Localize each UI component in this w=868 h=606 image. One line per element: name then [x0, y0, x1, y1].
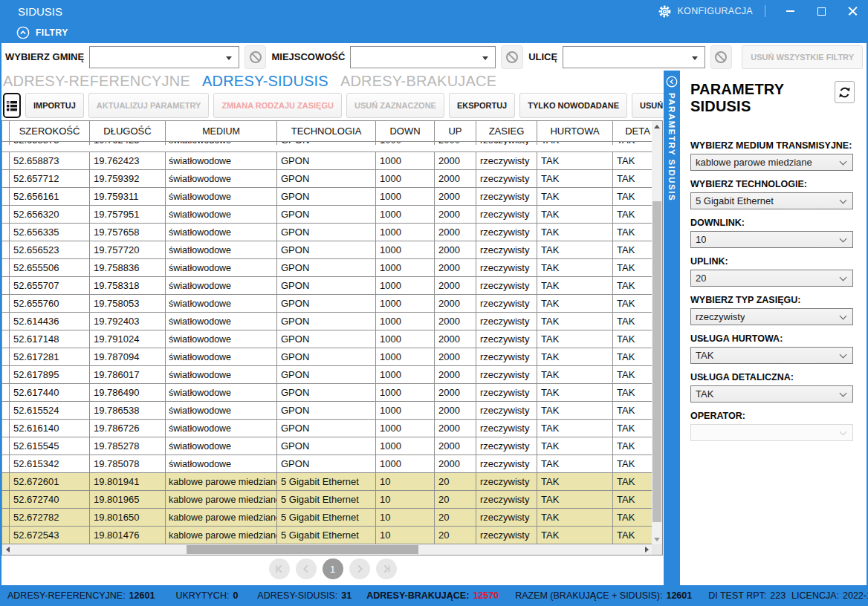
- configuration-button[interactable]: KONFIGURACJA: [652, 4, 759, 19]
- row-selector[interactable]: [2, 455, 10, 472]
- column-chooser-button[interactable]: [3, 93, 21, 118]
- row-selector[interactable]: [2, 366, 10, 383]
- row-selector[interactable]: [2, 420, 10, 437]
- column-header[interactable]: MEDIUM: [166, 121, 277, 142]
- clear-all-filters-button[interactable]: USUŃ WSZYSTKIE FILTRY: [742, 45, 863, 69]
- table-row[interactable]: 52.65570719.758318światłowodoweGPON10002…: [2, 277, 653, 295]
- tab-adresy-referencyjne[interactable]: ADRESY-REFERENCYJNE: [3, 73, 190, 90]
- vertical-scroll-thumb[interactable]: [652, 201, 661, 522]
- row-selector[interactable]: [2, 152, 10, 169]
- table-row[interactable]: 52.61554519.785278światłowodoweGPON10002…: [2, 437, 653, 455]
- horizontal-scrollbar[interactable]: [2, 544, 652, 555]
- row-selector[interactable]: [2, 509, 10, 526]
- aktualizuj-parametry-button[interactable]: AKTUALIZUJ PARAMETRY: [88, 93, 210, 118]
- first-page-button[interactable]: [269, 558, 290, 579]
- row-selector[interactable]: [2, 527, 10, 544]
- zmiana-rodzaju-zasiegu-button[interactable]: ZMIANA RODZAJU ZASIĘGU: [213, 93, 342, 118]
- miejscowosc-combobox[interactable]: [350, 46, 496, 68]
- maximize-button[interactable]: [806, 0, 837, 22]
- clear-gmina-button[interactable]: [244, 45, 267, 69]
- close-button[interactable]: [837, 0, 868, 22]
- horizontal-scroll-thumb[interactable]: [187, 545, 418, 554]
- scroll-left-button[interactable]: [2, 544, 13, 555]
- column-header[interactable]: DOWN: [376, 121, 435, 142]
- table-row[interactable]: 52.65550619.758836światłowodoweGPON10002…: [2, 259, 653, 277]
- collapse-panel-icon[interactable]: [666, 76, 678, 88]
- table-row[interactable]: 52.65887319.762423światłowodoweGPON10002…: [2, 152, 653, 170]
- last-page-button[interactable]: [376, 558, 397, 579]
- column-header[interactable]: ZASIEG: [476, 121, 537, 142]
- row-selector[interactable]: [2, 313, 10, 330]
- column-header[interactable]: HURTOWA: [537, 121, 613, 142]
- column-header[interactable]: SZEROKOŚĆ: [10, 121, 90, 142]
- row-selector[interactable]: [2, 491, 10, 508]
- tab-adresy-sidusis[interactable]: ADRESY-SIDUSIS: [202, 73, 328, 90]
- column-header[interactable]: TECHNOLOGIA: [277, 121, 376, 142]
- table-row[interactable]: 52.65576019.758053światłowodoweGPON10002…: [2, 295, 653, 313]
- next-page-button[interactable]: [349, 558, 370, 579]
- table-row[interactable]: 52.65616119.759311światłowodoweGPON10002…: [2, 188, 653, 206]
- scroll-up-button[interactable]: [652, 121, 662, 131]
- parameter-select[interactable]: 10: [690, 231, 853, 248]
- table-row[interactable]: 52.65887319.762423światłowodoweGPON10002…: [2, 142, 653, 152]
- row-selector[interactable]: [2, 241, 10, 258]
- row-selector[interactable]: [2, 188, 10, 205]
- column-header[interactable]: DŁUGOŚĆ: [90, 121, 166, 142]
- row-selector[interactable]: [2, 224, 10, 241]
- table-row[interactable]: 52.65633519.757658światłowodoweGPON10002…: [2, 224, 653, 241]
- table-row[interactable]: 52.65652319.757720światłowodoweGPON10002…: [2, 241, 653, 259]
- column-header[interactable]: UP: [435, 121, 476, 142]
- parameter-select[interactable]: rzeczywisty: [690, 308, 853, 325]
- row-selector[interactable]: [2, 348, 10, 365]
- table-row[interactable]: 52.67260119.801941kablowe parowe miedzia…: [2, 473, 653, 491]
- table-row[interactable]: 52.65771219.759392światłowodoweGPON10002…: [2, 170, 653, 188]
- row-selector[interactable]: [2, 473, 10, 490]
- side-panel-collapse-strip[interactable]: PARAMETRY SIDUSIS: [664, 71, 680, 585]
- minimize-button[interactable]: [774, 0, 806, 22]
- row-selector[interactable]: [2, 384, 10, 401]
- row-selector[interactable]: [2, 206, 10, 223]
- table-row[interactable]: 52.61534219.785078światłowodoweGPON10002…: [2, 455, 653, 473]
- scroll-right-button[interactable]: [641, 544, 652, 555]
- tab-adresy-brakujace[interactable]: ADRESY-BRAKUJACE: [340, 73, 496, 90]
- row-selector[interactable]: [2, 277, 10, 294]
- importuj-button[interactable]: IMPORTUJ: [25, 93, 84, 118]
- vertical-scrollbar[interactable]: [652, 121, 662, 544]
- tylko-nowododane-button[interactable]: TYLKO NOWODADANE: [519, 93, 627, 118]
- row-selector[interactable]: [2, 170, 10, 187]
- table-row[interactable]: 52.61552419.786538światłowodoweGPON10002…: [2, 402, 653, 420]
- table-row[interactable]: 52.67278219.801650kablowe parowe miedzia…: [2, 509, 653, 527]
- scroll-down-button[interactable]: [652, 534, 662, 544]
- refresh-button[interactable]: [835, 81, 855, 103]
- table-row[interactable]: 52.61443619.792403światłowodoweGPON10002…: [2, 313, 653, 330]
- row-selector[interactable]: [2, 295, 10, 312]
- table-row[interactable]: 52.67274019.801965kablowe parowe miedzia…: [2, 491, 653, 509]
- table-row[interactable]: 52.61744019.786490światłowodoweGPON10002…: [2, 384, 653, 402]
- table-row[interactable]: 52.61714819.791024światłowodoweGPON10002…: [2, 330, 653, 348]
- parameter-select[interactable]: TAK: [690, 347, 853, 364]
- row-selector[interactable]: [2, 330, 10, 348]
- row-selector[interactable]: [2, 437, 10, 454]
- table-row[interactable]: 52.61789519.786017światłowodoweGPON10002…: [2, 366, 653, 384]
- eksportuj-button[interactable]: EKSPORTUJ: [449, 93, 515, 118]
- table-row[interactable]: 52.61728119.787094światłowodoweGPON10002…: [2, 348, 653, 366]
- row-selector[interactable]: [2, 259, 10, 276]
- row-selector[interactable]: [2, 142, 10, 145]
- current-page-button[interactable]: 1: [323, 558, 343, 579]
- filters-toggle[interactable]: FILTRY: [16, 26, 68, 39]
- usun-zaznaczone-button[interactable]: USUŃ ZAZNACZONE: [346, 93, 444, 118]
- row-selector[interactable]: [2, 402, 10, 419]
- table-row[interactable]: 52.67254319.801476kablowe parowe miedzia…: [2, 527, 653, 544]
- parameter-select[interactable]: [690, 424, 853, 441]
- ulice-combobox[interactable]: [563, 46, 705, 68]
- clear-miejscowosc-button[interactable]: [501, 45, 523, 69]
- parameter-select[interactable]: TAK: [690, 385, 853, 403]
- table-row[interactable]: 52.61614019.786726światłowodoweGPON10002…: [2, 420, 653, 437]
- previous-page-button[interactable]: [296, 558, 317, 579]
- table-row[interactable]: 52.65632019.757951światłowodoweGPON10002…: [2, 206, 653, 224]
- clear-ulice-button[interactable]: [710, 45, 733, 69]
- parameter-select[interactable]: kablowe parowe miedziane: [690, 154, 853, 171]
- gmina-combobox[interactable]: [89, 46, 239, 68]
- parameter-select[interactable]: 20: [690, 270, 853, 287]
- parameter-select[interactable]: 5 Gigabit Ethernet: [690, 192, 853, 209]
